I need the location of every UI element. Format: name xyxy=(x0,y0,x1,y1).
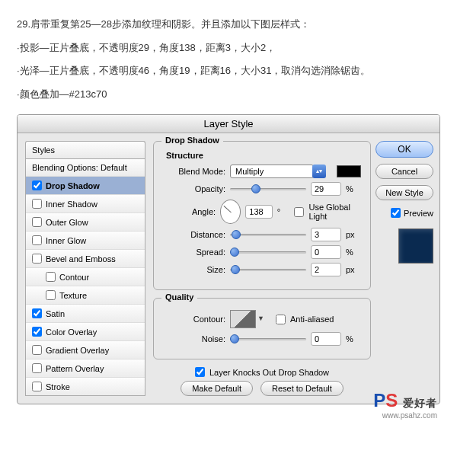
article-p3: ·光泽—正片叠底，不透明度46，角度19，距离16，大小31，取消勾选消除锯齿。 xyxy=(17,60,440,82)
style-checkbox[interactable] xyxy=(32,180,42,190)
settings-column: Drop Shadow Structure Blend Mode: Multip… xyxy=(153,141,371,396)
style-row-stroke[interactable]: Stroke xyxy=(26,378,145,395)
watermark: PS 爱好者 www.psahz.com xyxy=(373,390,437,420)
spread-input[interactable]: 0 xyxy=(311,245,341,259)
style-label: Inner Glow xyxy=(46,236,86,245)
style-row-pattern-overlay[interactable]: Pattern Overlay xyxy=(26,359,145,378)
style-row-gradient-overlay[interactable]: Gradient Overlay xyxy=(26,341,145,359)
size-row: Size: 2 px xyxy=(163,263,361,276)
blend-mode-label: Blend Mode: xyxy=(163,167,225,176)
drop-shadow-group: Drop Shadow Structure Blend Mode: Multip… xyxy=(153,141,371,290)
style-row-satin[interactable]: Satin xyxy=(26,305,145,323)
distance-slider[interactable] xyxy=(230,229,306,240)
angle-label: Angle: xyxy=(163,207,216,216)
cancel-button[interactable]: Cancel xyxy=(376,164,433,179)
dialog-title: Layer Style xyxy=(18,115,439,133)
distance-unit: px xyxy=(346,230,361,239)
angle-row: Angle: 138 ° Use Global Light xyxy=(163,200,361,224)
style-checkbox[interactable] xyxy=(32,308,42,318)
knock-out-label: Layer Knocks Out Drop Shadow xyxy=(209,368,329,377)
angle-dial[interactable] xyxy=(220,200,241,224)
spread-label: Spread: xyxy=(163,248,225,257)
structure-title: Structure xyxy=(166,151,361,160)
style-label: Satin xyxy=(46,309,65,318)
opacity-row: Opacity: 29 % xyxy=(163,182,361,196)
opacity-unit: % xyxy=(346,184,361,193)
style-row-inner-shadow[interactable]: Inner Shadow xyxy=(26,195,145,213)
preview-swatch xyxy=(398,228,433,264)
style-checkbox[interactable] xyxy=(32,254,42,264)
style-row-bevel-and-emboss[interactable]: Bevel and Emboss xyxy=(26,250,145,268)
article-p1: 29.肩带重复第25—28步添加纹理和阴影。并且添加以下图层样式： xyxy=(17,14,440,36)
distance-label: Distance: xyxy=(163,230,225,239)
style-row-contour[interactable]: Contour xyxy=(26,268,145,286)
new-style-button[interactable]: New Style xyxy=(376,185,433,200)
angle-input[interactable]: 138 xyxy=(245,205,272,219)
watermark-url: www.psahz.com xyxy=(373,411,437,420)
preview-label: Preview xyxy=(404,209,433,218)
contour-label: Contour: xyxy=(163,315,225,324)
action-column: OK Cancel New Style Preview xyxy=(379,141,433,396)
style-label: Pattern Overlay xyxy=(46,364,104,373)
style-checkbox[interactable] xyxy=(32,217,42,227)
size-unit: px xyxy=(346,265,361,274)
spread-unit: % xyxy=(346,248,361,257)
style-checkbox[interactable] xyxy=(32,345,42,355)
styles-header[interactable]: Styles xyxy=(25,141,145,158)
reset-default-button[interactable]: Reset to Default xyxy=(260,381,344,396)
layer-style-dialog: Layer Style Styles Blending Options: Def… xyxy=(17,114,440,404)
style-row-drop-shadow[interactable]: Drop Shadow xyxy=(26,177,145,195)
spread-row: Spread: 0 % xyxy=(163,245,361,259)
shadow-color-swatch[interactable] xyxy=(337,165,361,177)
style-checkbox[interactable] xyxy=(32,235,42,245)
knock-out-checkbox[interactable] xyxy=(195,367,205,377)
noise-label: Noise: xyxy=(163,334,225,343)
noise-unit: % xyxy=(346,334,361,343)
size-slider[interactable] xyxy=(230,264,306,275)
spread-slider[interactable] xyxy=(230,247,306,257)
noise-input[interactable]: 0 xyxy=(311,332,341,346)
watermark-logo: PS 爱好者 xyxy=(373,390,437,411)
style-label: Contour xyxy=(59,273,89,282)
blend-mode-select[interactable]: Multiply ▴▾ xyxy=(230,165,326,178)
article-p4: ·颜色叠加—#213c70 xyxy=(17,84,440,106)
style-label: Gradient Overlay xyxy=(46,346,109,355)
noise-slider[interactable] xyxy=(230,334,306,344)
style-checkbox[interactable] xyxy=(32,363,42,373)
size-input[interactable]: 2 xyxy=(311,263,341,276)
chevron-updown-icon: ▴▾ xyxy=(312,165,326,178)
style-row-color-overlay[interactable]: Color Overlay xyxy=(26,323,145,341)
style-row-texture[interactable]: Texture xyxy=(26,286,145,305)
styles-list: Blending Options: Default Drop ShadowInn… xyxy=(25,158,145,396)
distance-row: Distance: 3 px xyxy=(163,228,361,241)
opacity-label: Opacity: xyxy=(163,184,225,193)
style-checkbox[interactable] xyxy=(32,327,42,337)
quality-title: Quality xyxy=(161,292,197,302)
make-default-button[interactable]: Make Default xyxy=(181,381,253,396)
noise-row: Noise: 0 % xyxy=(163,332,361,346)
preview-checkbox[interactable] xyxy=(391,208,401,218)
article-text: 29.肩带重复第25—28步添加纹理和阴影。并且添加以下图层样式： ·投影—正片… xyxy=(0,0,457,114)
style-checkbox[interactable] xyxy=(46,272,56,282)
opacity-input[interactable]: 29 xyxy=(311,182,341,196)
chevron-down-icon: ▼ xyxy=(257,315,264,322)
style-checkbox[interactable] xyxy=(32,382,42,391)
opacity-slider[interactable] xyxy=(230,184,306,194)
style-label: Texture xyxy=(59,291,87,300)
style-checkbox[interactable] xyxy=(32,199,42,209)
style-row-inner-glow[interactable]: Inner Glow xyxy=(26,232,145,250)
blend-mode-row: Blend Mode: Multiply ▴▾ xyxy=(163,165,361,178)
quality-group: Quality Contour: ▼ Anti-aliased Noise: 0… xyxy=(153,298,371,359)
distance-input[interactable]: 3 xyxy=(311,228,341,241)
contour-picker[interactable]: ▼ xyxy=(230,310,256,328)
style-row-outer-glow[interactable]: Outer Glow xyxy=(26,213,145,232)
use-global-light-checkbox[interactable] xyxy=(294,207,304,217)
angle-unit: ° xyxy=(277,207,290,216)
ok-button[interactable]: OK xyxy=(376,141,433,158)
blend-mode-value: Multiply xyxy=(230,165,314,178)
knock-out-row: Layer Knocks Out Drop Shadow xyxy=(153,367,371,377)
drop-shadow-title: Drop Shadow xyxy=(161,136,223,145)
anti-aliased-checkbox[interactable] xyxy=(276,315,286,324)
style-checkbox[interactable] xyxy=(46,290,56,300)
blending-options-row[interactable]: Blending Options: Default xyxy=(26,159,145,177)
